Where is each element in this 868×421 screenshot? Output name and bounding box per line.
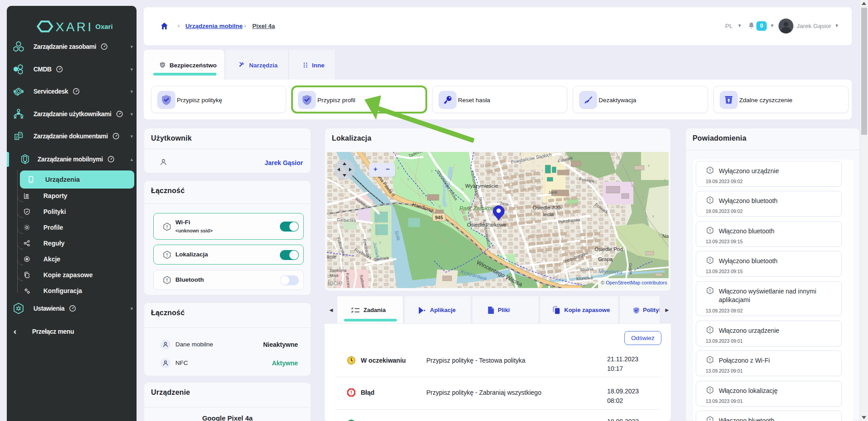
- svg-text:Wyszymieście: Wyszymieście: [465, 183, 498, 189]
- svg-text:945: 945: [435, 215, 443, 220]
- svg-text:Osiedle Pod: Osiedle Pod: [594, 246, 623, 252]
- svg-text:lecia: lecia: [543, 212, 554, 217]
- svg-text:XARI: XARI: [56, 20, 93, 34]
- svg-text:Jana: Jana: [548, 189, 557, 195]
- svg-text:łocie: łocie: [328, 279, 343, 287]
- svg-text:Maja: Maja: [330, 273, 339, 278]
- svg-text:łkole: łkole: [327, 255, 336, 260]
- svg-text:Grapą: Grapą: [598, 256, 613, 262]
- svg-text:Garbarska: Garbarska: [337, 218, 356, 222]
- svg-text:Na G: Na G: [662, 233, 669, 239]
- svg-text:Wodna: Wodna: [580, 266, 594, 272]
- svg-text:Spokojna: Spokojna: [330, 268, 347, 273]
- svg-text:Młynówka: Młynówka: [598, 268, 623, 275]
- svg-text:Osiedle 700-: Osiedle 700-: [533, 205, 562, 210]
- svg-text:© OpenStreetMap contributors: © OpenStreetMap contributors: [601, 280, 667, 285]
- svg-text:Osiedle Parkowe: Osiedle Parkowe: [467, 222, 506, 227]
